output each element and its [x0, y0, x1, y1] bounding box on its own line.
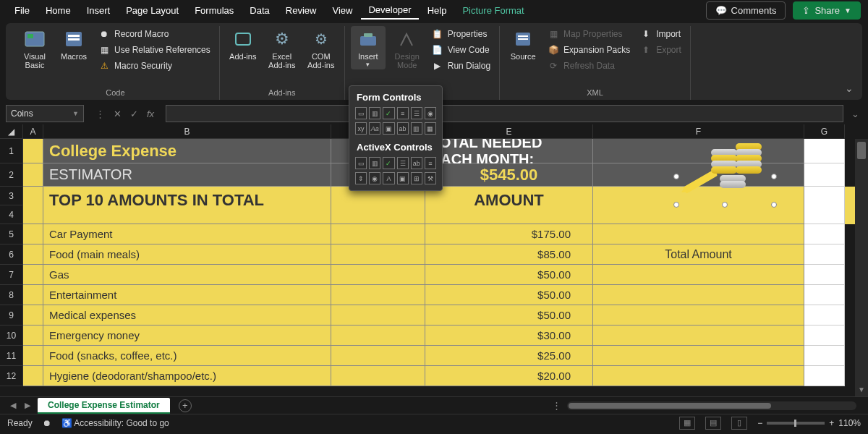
cell-header-b[interactable]: TOP 10 AMOUNTS IN TOTAL: [43, 187, 331, 224]
cell-item[interactable]: Hygiene (deodorant/shampoo/etc.): [43, 366, 331, 386]
selection-handle[interactable]: [722, 202, 728, 208]
cell[interactable]: [23, 366, 43, 386]
col-header-a[interactable]: A: [23, 124, 43, 139]
form-textbox-icon[interactable]: ab: [397, 122, 409, 135]
cell-item[interactable]: Gas: [43, 265, 331, 285]
collapse-ribbon-button[interactable]: ⌄: [845, 82, 854, 94]
cell[interactable]: [593, 346, 804, 366]
addins-button[interactable]: Add-ins: [226, 26, 260, 62]
row-header[interactable]: 12: [0, 366, 23, 386]
row-header[interactable]: 5: [0, 224, 23, 244]
cell[interactable]: [804, 305, 845, 326]
zoom-out-button[interactable]: −: [757, 418, 762, 428]
cell[interactable]: [804, 224, 845, 244]
tab-review[interactable]: Review: [278, 2, 324, 19]
coins-picture-selection[interactable]: [676, 143, 774, 205]
cell-amount[interactable]: $85.00: [425, 244, 593, 265]
comments-button[interactable]: 💬 Comments: [706, 1, 786, 20]
ax-spinner-icon[interactable]: ⇕: [355, 172, 367, 184]
cell[interactable]: [331, 346, 425, 366]
form-checkbox-icon[interactable]: ✓: [383, 107, 394, 119]
cell[interactable]: [331, 224, 425, 244]
excel-addins-button[interactable]: ⚙Excel Add-ins: [265, 26, 299, 71]
tab-picture-format[interactable]: Picture Format: [455, 2, 531, 19]
row-header[interactable]: 9: [0, 305, 23, 326]
ax-label-icon[interactable]: A: [383, 172, 394, 184]
cell[interactable]: [804, 187, 845, 224]
tab-data[interactable]: Data: [242, 2, 276, 19]
cell-total-label[interactable]: TOTAL NEEDED EACH MONTH:: [425, 139, 593, 163]
cell[interactable]: [331, 305, 425, 326]
selection-handle[interactable]: [771, 202, 777, 208]
cell[interactable]: [331, 265, 425, 285]
ax-more-icon[interactable]: ⚒: [425, 172, 436, 184]
cell[interactable]: [23, 305, 43, 326]
form-button-icon[interactable]: ▭: [355, 107, 367, 119]
cell-amount[interactable]: $175.00: [425, 224, 593, 244]
enter-formula-button[interactable]: ✓: [127, 109, 141, 119]
cell-item[interactable]: Food (main meals): [43, 244, 331, 265]
cell-item[interactable]: Food (snacks, coffee, etc.): [43, 346, 331, 366]
zoom-in-button[interactable]: +: [829, 418, 834, 428]
cancel-formula-button[interactable]: ✕: [111, 109, 124, 119]
cell-amount[interactable]: $30.00: [425, 326, 593, 346]
run-dialog-button[interactable]: ▶Run Dialog: [429, 58, 493, 74]
ax-combo-icon[interactable]: ▥: [369, 157, 380, 169]
expand-formula-button[interactable]: ⌄: [848, 109, 862, 119]
page-layout-view-button[interactable]: ▤: [705, 417, 721, 430]
cell[interactable]: [804, 366, 845, 386]
form-group-icon[interactable]: ▣: [383, 122, 394, 135]
ax-scrollbar-icon[interactable]: ≡: [425, 157, 436, 169]
macros-button[interactable]: Macros: [56, 26, 91, 62]
cell-total-value[interactable]: $545.00: [425, 163, 593, 187]
cell[interactable]: [593, 224, 804, 244]
cell[interactable]: [23, 244, 43, 265]
cell-amount[interactable]: $50.00: [425, 285, 593, 305]
cell[interactable]: [23, 265, 43, 285]
cell[interactable]: [23, 187, 43, 224]
cell[interactable]: [331, 244, 425, 265]
cell-item[interactable]: Car Payment: [43, 224, 331, 244]
scrollbar-thumb[interactable]: [569, 403, 771, 409]
insert-control-button[interactable]: Insert▾: [351, 26, 386, 69]
tab-view[interactable]: View: [325, 2, 359, 19]
row-header[interactable]: 7: [0, 265, 23, 285]
design-mode-button[interactable]: Design Mode: [390, 26, 425, 71]
cell-item[interactable]: Entertainment: [43, 285, 331, 305]
cell[interactable]: [804, 244, 845, 265]
macro-security-button[interactable]: ⚠Macro Security: [95, 58, 213, 74]
form-option-icon[interactable]: ◉: [425, 107, 436, 119]
scrollbar-thumb[interactable]: [857, 142, 866, 159]
cell-header-e[interactable]: AMOUNT: [425, 187, 593, 224]
ax-checkbox-icon[interactable]: ✓: [383, 157, 394, 169]
horizontal-scrollbar[interactable]: [567, 401, 856, 410]
row-header[interactable]: 3: [0, 187, 23, 205]
selection-handle[interactable]: [771, 174, 777, 179]
cell[interactable]: [23, 346, 43, 366]
select-all-corner[interactable]: ◢: [0, 124, 23, 139]
export-button[interactable]: ⬆Export: [637, 42, 684, 58]
form-label-icon[interactable]: xy: [355, 122, 367, 135]
row-header[interactable]: 6: [0, 244, 23, 265]
sheet-tab-active[interactable]: College Expense Estimator: [38, 398, 170, 414]
ax-textbox-icon[interactable]: ab: [411, 157, 422, 169]
zoom-level[interactable]: 110%: [838, 418, 861, 428]
ax-toggle-icon[interactable]: ⊞: [411, 172, 422, 184]
share-button[interactable]: ⇪ Share ▼: [793, 1, 861, 20]
cell[interactable]: [331, 187, 425, 224]
cell[interactable]: [804, 285, 845, 305]
zoom-slider[interactable]: [767, 422, 825, 425]
map-properties-button[interactable]: ▦Map Properties: [545, 26, 633, 42]
tab-help[interactable]: Help: [420, 2, 454, 19]
cell[interactable]: [23, 326, 43, 346]
ax-button-icon[interactable]: ▭: [355, 157, 367, 169]
tab-home[interactable]: Home: [38, 2, 78, 19]
relative-refs-button[interactable]: ▦Use Relative References: [95, 42, 213, 58]
row-header[interactable]: 1: [0, 139, 23, 163]
cell[interactable]: [23, 285, 43, 305]
ax-listbox-icon[interactable]: ☰: [397, 157, 409, 169]
cell[interactable]: [804, 139, 845, 163]
tab-file[interactable]: File: [7, 2, 37, 19]
cell-subtitle[interactable]: ESTIMATOR: [43, 163, 331, 187]
cell[interactable]: [804, 326, 845, 346]
